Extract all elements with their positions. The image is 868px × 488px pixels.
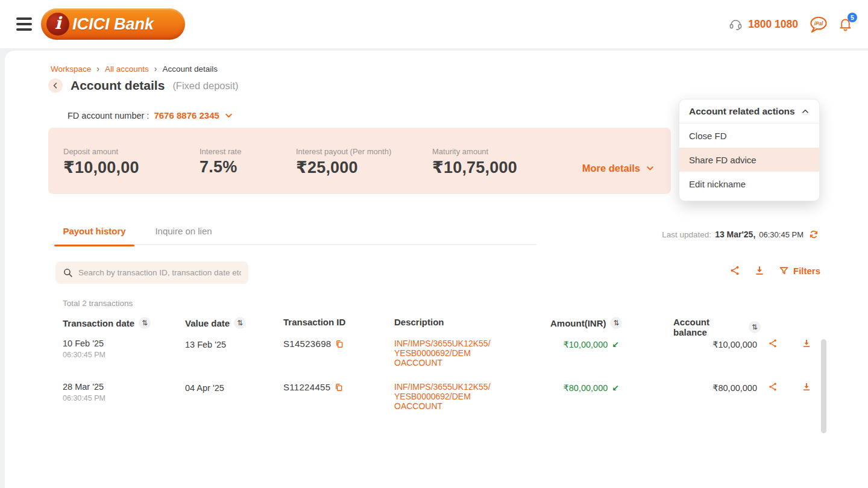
- transaction-time: 06:30:45 PM: [63, 351, 105, 359]
- search-box: [55, 261, 248, 284]
- more-details-button[interactable]: More details: [582, 163, 655, 174]
- transaction-id: S14523698: [283, 339, 331, 349]
- top-header: i ICICI Bank 1800 1080: [0, 0, 868, 48]
- table-row: 10 Feb '25 06:30:45 PM 13 Feb '25 S14523…: [0, 337, 868, 381]
- icici-bank-logo[interactable]: i ICICI Bank: [41, 8, 185, 40]
- metric-interest-payout: Interest payout (Per month) ₹25,000: [296, 147, 391, 177]
- credit-arrow-icon: ↙: [612, 383, 619, 393]
- sort-icon[interactable]: ⇅: [610, 317, 622, 329]
- brand-name: ICICI Bank: [72, 15, 154, 34]
- share-icon[interactable]: [768, 339, 778, 348]
- sort-icon[interactable]: ⇅: [234, 317, 246, 329]
- svg-text:iPal: iPal: [814, 20, 823, 26]
- chevron-up-icon: [801, 107, 810, 116]
- transaction-date: 28 Mar '25: [63, 382, 104, 392]
- table-row: 28 Mar '25 06:30:45 PM 04 Apr '25 S11224…: [0, 381, 868, 424]
- account-balance: ₹10,00,000: [712, 340, 757, 349]
- sort-icon[interactable]: ⇅: [749, 321, 761, 333]
- col-value-date: Value date: [185, 318, 230, 328]
- fd-account-label: FD account number :: [68, 111, 149, 120]
- page-subtitle: (Fixed deposit): [172, 80, 238, 92]
- copy-icon[interactable]: [335, 383, 343, 392]
- account-balance: ₹80,00,000: [712, 383, 757, 393]
- download-icon[interactable]: [754, 265, 765, 276]
- metric-maturity-amount: Maturity amount ₹10,75,000: [432, 147, 517, 177]
- breadcrumb-workspace[interactable]: Workspace: [51, 64, 91, 74]
- chevron-down-icon: [646, 164, 655, 173]
- transaction-time: 06:30:45 PM: [63, 394, 105, 402]
- share-icon[interactable]: [729, 265, 740, 276]
- account-actions-menu-header[interactable]: Account related actions: [679, 99, 819, 124]
- page-title: Account details: [71, 78, 165, 93]
- phone-support[interactable]: 1800 1080: [729, 17, 798, 31]
- metric-deposit-amount: Deposit amount ₹10,00,00: [63, 147, 139, 177]
- filters-button[interactable]: Filters: [779, 266, 820, 276]
- tab-inquire-on-lien[interactable]: Inquire on lien: [145, 226, 222, 245]
- copy-icon[interactable]: [335, 340, 344, 348]
- download-icon[interactable]: [802, 339, 811, 348]
- transaction-description[interactable]: INF/IMPS/3655UK12K55/ YESB0000692/DEM OA…: [394, 339, 491, 368]
- fd-summary-card: Deposit amount ₹10,00,00 Interest rate 7…: [48, 128, 671, 194]
- tab-payout-history[interactable]: Payout history: [54, 226, 134, 245]
- menu-item-share-fd-advice[interactable]: Share FD advice: [679, 148, 819, 172]
- notification-count-badge: 5: [848, 13, 857, 22]
- account-actions-menu: Account related actions Close FD Share F…: [679, 99, 820, 201]
- menu-item-edit-nickname[interactable]: Edit nickname: [679, 172, 819, 196]
- fd-account-number[interactable]: 7676 8876 2345: [154, 110, 219, 120]
- value-date: 13 Feb '25: [185, 340, 226, 349]
- value-date: 04 Apr '25: [185, 383, 224, 393]
- share-icon[interactable]: [768, 382, 778, 392]
- vertical-scrollbar[interactable]: [821, 339, 826, 433]
- col-amount: Amount(INR): [550, 318, 606, 328]
- transaction-description[interactable]: INF/IMPS/3655UK12K55/ YESB0000692/DEM OA…: [394, 382, 491, 411]
- breadcrumb-current: Account details: [162, 64, 218, 74]
- search-icon: [63, 267, 73, 278]
- chevron-right-icon: ›: [154, 64, 157, 74]
- col-description: Description: [394, 317, 444, 327]
- refresh-icon[interactable]: [809, 230, 819, 239]
- transaction-id: S11224455: [283, 382, 330, 392]
- headset-icon: [729, 17, 743, 31]
- credit-arrow-icon: ↙: [612, 340, 619, 349]
- icici-emblem-icon: i: [46, 13, 69, 36]
- chevron-down-icon[interactable]: [224, 111, 233, 120]
- hamburger-menu-icon[interactable]: [16, 17, 32, 31]
- app-root: i ICICI Bank 1800 1080: [0, 0, 868, 488]
- notification-bell-button[interactable]: 5: [838, 17, 852, 32]
- breadcrumb-all-accounts[interactable]: All accounts: [105, 64, 149, 74]
- total-transactions-label: Total 2 transactions: [63, 299, 133, 308]
- col-account-balance: Account balance: [673, 317, 744, 337]
- last-updated: Last updated: 13 Mar'25, 06:30:45 PM: [662, 230, 819, 239]
- download-icon[interactable]: [802, 382, 811, 392]
- table-header-row: Transaction date ⇅ Value date ⇅ Transact…: [0, 317, 868, 331]
- search-input[interactable]: [78, 268, 241, 277]
- transaction-date: 10 Feb '25: [63, 339, 104, 348]
- back-button[interactable]: [48, 78, 63, 93]
- ipal-chat-button[interactable]: iPal: [809, 16, 828, 33]
- sort-icon[interactable]: ⇅: [139, 317, 151, 329]
- chevron-right-icon: ›: [96, 64, 99, 74]
- filter-funnel-icon: [779, 266, 789, 276]
- amount-credit: ₹80,00,000: [564, 383, 608, 393]
- tab-bar: Payout history Inquire on lien: [51, 226, 536, 245]
- breadcrumb: Workspace › All accounts › Account detai…: [51, 64, 218, 74]
- menu-item-close-fd[interactable]: Close FD: [679, 124, 819, 148]
- col-transaction-date: Transaction date: [63, 318, 134, 328]
- support-phone-number[interactable]: 1800 1080: [748, 18, 798, 31]
- metric-interest-rate: Interest rate 7.5%: [200, 147, 241, 177]
- amount-credit: ₹10,00,000: [564, 340, 608, 349]
- col-transaction-id: Transaction ID: [283, 317, 345, 327]
